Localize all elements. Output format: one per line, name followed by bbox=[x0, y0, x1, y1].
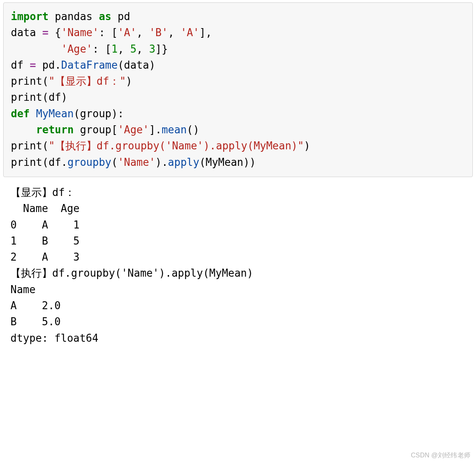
output-line: 1 B 5 bbox=[10, 235, 79, 247]
number-literal: 1 bbox=[111, 43, 118, 55]
output-line: 【显示】df： bbox=[10, 186, 75, 198]
code-text: : [ bbox=[93, 43, 112, 55]
code-text: df bbox=[11, 59, 30, 71]
string-literal: 'A' bbox=[181, 27, 199, 39]
code-text bbox=[11, 124, 36, 136]
function-name: apply bbox=[168, 156, 199, 168]
string-literal: "【显示】df：" bbox=[49, 75, 126, 87]
code-text: , bbox=[136, 43, 149, 55]
output-line: 2 A 3 bbox=[10, 251, 79, 263]
code-text: () bbox=[187, 124, 199, 136]
code-text: ]. bbox=[149, 124, 161, 136]
code-input-cell: import pandas as pd data = {'Name': ['A'… bbox=[3, 2, 473, 177]
function-name: groupby bbox=[67, 156, 112, 168]
code-text: pd. bbox=[36, 59, 61, 71]
code-text: , bbox=[118, 43, 130, 55]
code-text: pandas bbox=[49, 10, 99, 22]
operator-assign: = bbox=[42, 27, 49, 39]
code-text: (group): bbox=[74, 108, 124, 120]
output-line: B 5.0 bbox=[10, 316, 61, 328]
operator-assign: = bbox=[30, 59, 36, 71]
output-line: 【执行】df.groupby('Name').apply(MyMean) bbox=[10, 267, 253, 279]
string-literal: 'Name' bbox=[118, 156, 155, 168]
string-literal: 'B' bbox=[149, 27, 168, 39]
function-name: DataFrame bbox=[61, 59, 118, 71]
code-text: print( bbox=[11, 75, 49, 87]
code-text: group[ bbox=[74, 124, 118, 136]
string-literal: 'Name' bbox=[61, 27, 99, 39]
code-text: data bbox=[11, 27, 42, 39]
code-text: print( bbox=[11, 140, 49, 152]
function-name: MyMean bbox=[36, 108, 74, 120]
code-text bbox=[30, 108, 36, 120]
number-literal: 5 bbox=[130, 43, 136, 55]
code-output-cell: 【显示】df： Name Age 0 A 1 1 B 5 2 A 3 【执行】d… bbox=[3, 183, 473, 350]
code-text: (data) bbox=[118, 59, 155, 71]
code-text: ). bbox=[155, 156, 168, 168]
keyword-as: as bbox=[99, 10, 111, 22]
output-line: A 2.0 bbox=[10, 300, 61, 312]
code-text: ], bbox=[199, 27, 212, 39]
code-text: , bbox=[168, 27, 180, 39]
code-text: print(df. bbox=[11, 156, 67, 168]
output-line: Name Age bbox=[10, 202, 79, 214]
code-text: ]} bbox=[155, 43, 168, 55]
string-literal: "【执行】df.groupby('Name').apply(MyMean)" bbox=[49, 140, 304, 152]
code-text: ) bbox=[126, 75, 132, 87]
string-literal: 'Age' bbox=[61, 43, 92, 55]
code-text bbox=[11, 43, 61, 55]
code-text: pd bbox=[111, 10, 130, 22]
code-text: (MyMean)) bbox=[199, 156, 256, 168]
output-line: 0 A 1 bbox=[10, 219, 79, 231]
keyword-def: def bbox=[11, 108, 30, 120]
string-literal: 'Age' bbox=[118, 124, 149, 136]
function-name: mean bbox=[162, 124, 187, 136]
keyword-import: import bbox=[11, 10, 49, 22]
code-text: , bbox=[136, 27, 149, 39]
code-text: ) bbox=[304, 140, 310, 152]
code-text: : [ bbox=[99, 27, 118, 39]
output-line: dtype: float64 bbox=[10, 332, 98, 344]
string-literal: 'A' bbox=[118, 27, 136, 39]
keyword-return: return bbox=[36, 124, 74, 136]
code-text: { bbox=[49, 27, 61, 39]
output-line: Name bbox=[10, 284, 36, 296]
code-text: print(df) bbox=[11, 91, 67, 103]
number-literal: 3 bbox=[149, 43, 155, 55]
code-text: ( bbox=[111, 156, 118, 168]
